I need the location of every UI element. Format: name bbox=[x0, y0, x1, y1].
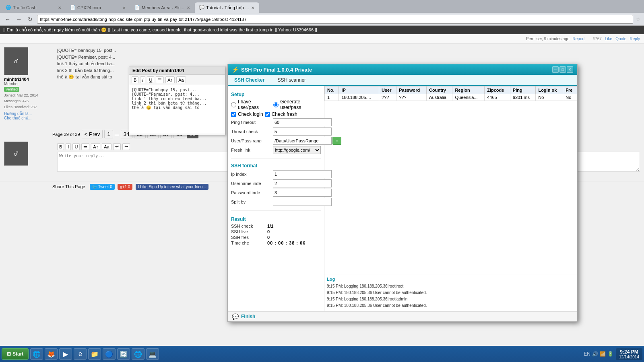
finish-button[interactable]: Finish bbox=[241, 314, 255, 319]
tab-ssh-scanner[interactable]: SSH scanner bbox=[271, 75, 312, 85]
edit-size-normal[interactable]: Aa bbox=[176, 76, 186, 83]
tab-close-1[interactable]: ✕ bbox=[57, 6, 62, 10]
ssh-right-panel: No. IP User Password Country Region Zipc… bbox=[324, 86, 577, 311]
ip-index-label: Ip index bbox=[231, 172, 271, 177]
tab-cpx24[interactable]: 📄 CPX24.com ✕ bbox=[66, 2, 130, 13]
reply-italic[interactable]: I bbox=[66, 143, 71, 150]
ping-timeout-input[interactable] bbox=[273, 118, 332, 126]
maximize-button[interactable]: □ bbox=[559, 66, 566, 73]
edit-textarea[interactable]: [QUOTE="banhquy 15, post... [QUOTE="Perm… bbox=[129, 85, 225, 134]
taskbar-folder[interactable]: 📁 bbox=[88, 348, 101, 360]
cell-fresh: No bbox=[563, 94, 577, 101]
tab-favicon-4: 💬 bbox=[199, 5, 204, 10]
fresh-link-select[interactable]: http://google.com/ http://bing.com/ bbox=[273, 146, 321, 154]
like-btn[interactable]: Like bbox=[605, 37, 612, 41]
radio-have-label: I have user/pass bbox=[238, 99, 272, 110]
ssh-live-value: 0 bbox=[267, 229, 270, 234]
forward-button[interactable]: → bbox=[14, 15, 23, 24]
reply-btn[interactable]: Reply bbox=[630, 37, 640, 41]
password-index-input[interactable] bbox=[273, 189, 332, 197]
minimize-button[interactable]: ─ bbox=[552, 66, 559, 73]
time-check-value: 00 : 00 : 38 : 06 bbox=[267, 241, 305, 245]
col-ping: Ping bbox=[510, 86, 536, 94]
ip-index-input[interactable] bbox=[273, 170, 332, 178]
check-fresh[interactable] bbox=[265, 112, 270, 117]
taskbar-chrome[interactable]: 🌐 bbox=[30, 348, 43, 360]
username-index-label: Username inde bbox=[231, 181, 271, 186]
radio-have-user[interactable] bbox=[231, 102, 236, 107]
network-icon: 📶 bbox=[600, 351, 606, 357]
taskbar-firefox[interactable]: 🦊 bbox=[45, 348, 58, 360]
tab-close-3[interactable]: ✕ bbox=[186, 6, 191, 10]
user-avatar-2: ♂ bbox=[4, 47, 28, 75]
reply-underline[interactable]: U bbox=[72, 143, 80, 150]
col-fresh: Fre bbox=[563, 86, 577, 94]
taskbar-media[interactable]: ▶ bbox=[59, 348, 72, 360]
cell-login-ok: No bbox=[536, 94, 563, 101]
ssh-table-container: No. IP User Password Country Region Zipc… bbox=[324, 86, 577, 274]
split-by-label: Split by bbox=[231, 200, 271, 204]
edit-italic[interactable]: I bbox=[140, 76, 145, 83]
reply-size-up[interactable]: A↑ bbox=[91, 143, 100, 150]
ssh-format-title: SSH format bbox=[231, 163, 321, 169]
user-link-1[interactable]: Hướng dẫn là... bbox=[4, 111, 52, 116]
thread-check-input[interactable] bbox=[273, 128, 332, 136]
page-1[interactable]: 1 bbox=[104, 130, 113, 138]
bookmark-icon[interactable]: ☆ bbox=[636, 16, 641, 23]
report-link[interactable]: Report bbox=[573, 37, 585, 41]
tab-label-3: Members Area - Ski... bbox=[142, 5, 184, 10]
edit-size-up[interactable]: A↑ bbox=[165, 76, 175, 83]
ssh-left-panel: Setup I have user/pass Generate user/pas… bbox=[228, 86, 324, 311]
col-ip: IP bbox=[339, 86, 379, 94]
fb-like-button[interactable]: f Like Sign Up to see what your frien... bbox=[136, 184, 208, 190]
check-login-label: Check login bbox=[238, 111, 263, 117]
post-content: [QUOTE="banhquy 15, post... [QUOTE="Perm… bbox=[57, 47, 116, 120]
edit-underline[interactable]: U bbox=[147, 76, 154, 83]
prev-page[interactable]: < Prev bbox=[82, 130, 103, 138]
tab-ssh-checker[interactable]: SSH Checker bbox=[228, 75, 271, 86]
user-link-2[interactable]: Cho thuê chủ... bbox=[4, 116, 52, 120]
reply-size-normal[interactable]: Aa bbox=[102, 143, 111, 150]
clock-time: 9:24 PM bbox=[619, 349, 639, 355]
split-by-input[interactable] bbox=[273, 198, 332, 206]
edit-bold[interactable]: B bbox=[132, 76, 138, 83]
start-button[interactable]: ⊞ Start bbox=[2, 348, 29, 360]
user-pass-input[interactable] bbox=[273, 137, 332, 145]
ssh-fresh-label: SSH fres bbox=[231, 235, 267, 240]
taskbar-app1[interactable]: 🔵 bbox=[103, 348, 116, 360]
tab-members[interactable]: 📄 Members Area - Ski... ✕ bbox=[130, 2, 195, 13]
username-2: minhtri1404 bbox=[4, 77, 52, 82]
tab-close-4[interactable]: ✕ bbox=[250, 6, 255, 10]
reply-format[interactable]: ☰ bbox=[81, 143, 89, 150]
tab-tutorial[interactable]: 💬 Tutorial - Tổng hợp ... ✕ bbox=[195, 2, 259, 13]
taskbar-app3[interactable]: 🌐 bbox=[132, 348, 144, 360]
back-button[interactable]: ← bbox=[3, 15, 12, 24]
tab-traffic-cash[interactable]: 🌐 Traffic Cash ✕ bbox=[2, 2, 66, 13]
result-title: Result bbox=[231, 216, 321, 222]
tweet-button[interactable]: 🐦 Tweet 0 bbox=[90, 184, 115, 190]
radio-generate[interactable] bbox=[273, 102, 279, 107]
quote-btn[interactable]: Quote bbox=[615, 37, 626, 41]
taskbar-app4[interactable]: 💻 bbox=[146, 348, 159, 360]
edit-toolbar: B I U ☰ A↑ Aa bbox=[129, 75, 225, 85]
reply-extra[interactable]: ↩ bbox=[113, 143, 121, 150]
user-pass-label: User/Pass rang bbox=[231, 138, 271, 143]
close-button[interactable]: ✕ bbox=[567, 66, 573, 73]
reply-extra2[interactable]: ↪ bbox=[122, 143, 130, 150]
reply-bold[interactable]: B bbox=[57, 143, 64, 150]
url-input[interactable] bbox=[37, 15, 633, 24]
tab-close-2[interactable]: ✕ bbox=[122, 6, 126, 10]
windows-icon: ⊞ bbox=[7, 351, 11, 357]
reload-button[interactable]: ↻ bbox=[26, 15, 35, 24]
check-login[interactable] bbox=[231, 112, 236, 117]
edit-post-panel: Edit Post by minhtri1404 B I U ☰ A↑ Aa [… bbox=[129, 66, 225, 135]
share-title: Share This Page bbox=[52, 184, 85, 189]
taskbar-app2[interactable]: 🔄 bbox=[117, 348, 130, 360]
username-index-input[interactable] bbox=[273, 179, 332, 187]
lightning-icon: ⚡ bbox=[232, 66, 239, 73]
gplus-button[interactable]: g+1 0 bbox=[118, 184, 132, 190]
edit-list[interactable]: ☰ bbox=[156, 76, 164, 83]
log-entry: 9:15 PM: Logging 180.188.205.36|root|adm… bbox=[327, 296, 575, 302]
taskbar-ie[interactable]: e bbox=[74, 348, 87, 360]
system-tray: EN 🔊 📶 🔋 bbox=[584, 351, 613, 357]
